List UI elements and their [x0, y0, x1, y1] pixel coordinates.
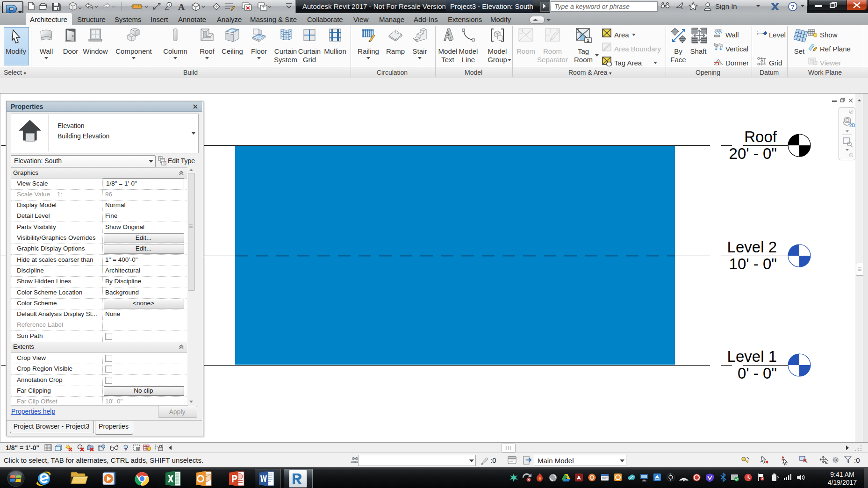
svg-text:2D: 2D [849, 123, 855, 128]
svg-text:1: 1 [587, 38, 589, 43]
svg-text::0: :0 [854, 456, 860, 464]
svg-text:A: A [178, 2, 185, 12]
svg-text:1: 1 [168, 3, 171, 7]
svg-text:?: ? [791, 3, 795, 10]
svg-text:Sign In: Sign In [715, 2, 737, 10]
